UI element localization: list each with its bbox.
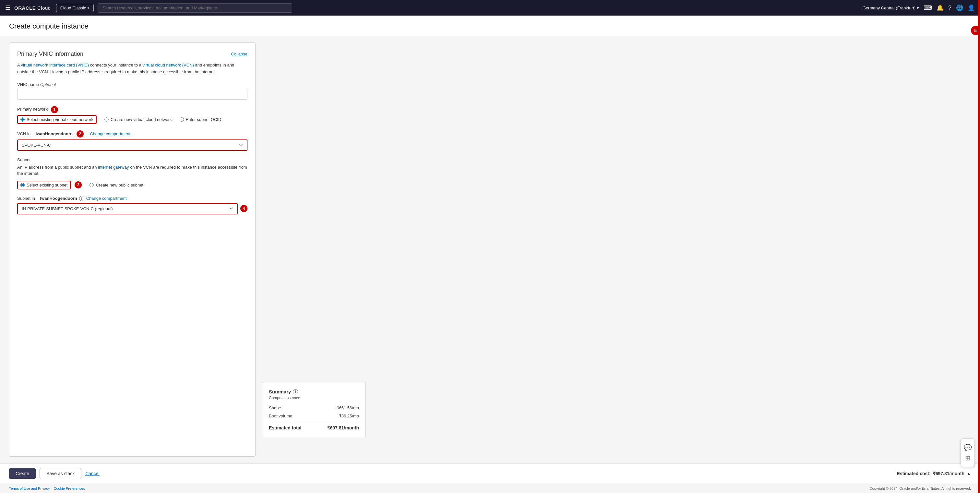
summary-total-row: Estimated total ₹697.81/month xyxy=(269,425,359,430)
summary-divider xyxy=(269,421,359,422)
help-widget-chat-icon[interactable]: 💬 xyxy=(964,444,972,452)
estimated-total-label: Estimated total xyxy=(269,425,301,430)
summary-title: Summary i xyxy=(269,389,359,394)
region-label: Germany Central (Frankfurt) xyxy=(862,5,915,10)
subnet-select-row: IH-PRIVATE-SUBNET-SPOKE-VCN-C (regional)… xyxy=(17,203,247,215)
subnet-description: An IP address from a public subnet and a… xyxy=(17,164,247,177)
enter-subnet-ocid-radio[interactable] xyxy=(180,118,184,122)
create-new-public-subnet-radio[interactable] xyxy=(89,183,94,187)
badge-4: 4 xyxy=(240,205,247,212)
region-chevron-icon: ▾ xyxy=(917,5,919,10)
vnic-name-input[interactable] xyxy=(17,89,247,100)
summary-boot-volume-row: Boot volume ₹36.25/mo xyxy=(269,413,359,418)
vcn-field-group: VCN in IwanHoogendoorn 2 Change compartm… xyxy=(17,130,247,151)
badge-3: 3 xyxy=(75,181,82,188)
help-widget[interactable]: 💬 ⊞ xyxy=(961,439,975,467)
create-new-vcn-option[interactable]: Create new virtual cloud network xyxy=(104,117,172,122)
estimated-cost-display: Estimated cost: ₹697.81/month ▲ xyxy=(897,471,971,476)
estimated-cost-value: ₹697.81/month xyxy=(933,471,964,476)
top-navigation: ☰ ORACLE Cloud Cloud Classic > Germany C… xyxy=(0,0,980,16)
vcn-link[interactable]: virtual cloud network (VCN) xyxy=(143,63,194,67)
select-existing-vcn-option[interactable]: Select existing virtual cloud network xyxy=(17,115,97,124)
copyright-text: Copyright © 2024, Oracle and/or its affi… xyxy=(870,487,971,490)
create-button[interactable]: Create xyxy=(9,468,36,479)
select-existing-vcn-outline: Select existing virtual cloud network xyxy=(17,115,97,124)
content-area: Primary VNIC information Collapse A virt… xyxy=(0,36,980,463)
primary-network-label: Primary network 1 xyxy=(17,106,247,113)
select-existing-vcn-label: Select existing virtual cloud network xyxy=(27,117,93,122)
bottom-action-bar: Create Save as stack Cancel Estimated co… xyxy=(0,463,980,483)
enter-subnet-ocid-label: Enter subnet OCID xyxy=(186,117,221,122)
estimated-cost-label: Estimated cost: xyxy=(897,471,931,476)
estimated-total-value: ₹697.81/month xyxy=(327,425,359,430)
chevron-up-icon[interactable]: ▲ xyxy=(966,471,971,476)
collapse-link[interactable]: Collapse xyxy=(231,52,247,56)
vcn-select[interactable]: SPOKE-VCN-C xyxy=(17,140,247,151)
terms-link[interactable]: Terms of Use and Privacy xyxy=(9,487,49,490)
primary-network-radio-group: Select existing virtual cloud network Cr… xyxy=(17,115,247,124)
help-widget-grid-icon[interactable]: ⊞ xyxy=(965,454,970,462)
copyright-links: Terms of Use and Privacy Cookie Preferen… xyxy=(9,487,85,490)
select-existing-subnet-option[interactable]: Select existing subnet 3 xyxy=(17,181,82,189)
vnic-name-optional: Optional xyxy=(40,82,56,87)
subnet-compartment-label: Subnet in IwanHoogendoorn i Change compa… xyxy=(17,196,247,201)
section-description: A virtual network interface card (VNIC) … xyxy=(17,62,247,76)
region-selector[interactable]: Germany Central (Frankfurt) ▾ xyxy=(862,5,919,10)
subnet-field-group: Subnet in IwanHoogendoorn i Change compa… xyxy=(17,196,247,215)
create-new-vcn-label: Create new virtual cloud network xyxy=(111,117,172,122)
vnic-link[interactable]: virtual network interface card (VNIC) xyxy=(21,63,89,67)
subnet-compartment-name: IwanHoogendoorn xyxy=(40,196,77,201)
notification-bell-icon[interactable]: 🔔 xyxy=(937,4,944,11)
subnet-select[interactable]: IH-PRIVATE-SUBNET-SPOKE-VCN-C (regional) xyxy=(17,203,238,215)
summary-panel: Summary i Compute instance Shape ₹661.56… xyxy=(262,43,366,457)
shape-value: ₹661.56/mo xyxy=(337,406,359,410)
section-title: Primary VNIC information xyxy=(17,51,83,57)
cloud-classic-button[interactable]: Cloud Classic > xyxy=(56,4,94,12)
boot-volume-label: Boot volume xyxy=(269,413,292,418)
create-new-public-subnet-label: Create new public subnet xyxy=(95,183,143,188)
cancel-button[interactable]: Cancel xyxy=(85,471,100,476)
badge-5: 5 xyxy=(971,26,980,35)
create-new-vcn-radio[interactable] xyxy=(104,118,109,122)
help-icon[interactable]: ? xyxy=(948,5,951,11)
select-existing-vcn-radio[interactable] xyxy=(21,118,25,122)
subnet-info-icon[interactable]: i xyxy=(79,196,84,201)
boot-volume-value: ₹36.25/mo xyxy=(339,413,359,418)
enter-subnet-ocid-option[interactable]: Enter subnet OCID xyxy=(180,117,221,122)
primary-network-field-group: Primary network 1 Select existing virtua… xyxy=(17,106,247,124)
select-existing-subnet-label: Select existing subnet xyxy=(27,183,67,188)
page-header: Create compute instance xyxy=(0,16,980,36)
page-title: Create compute instance xyxy=(9,22,971,30)
subnet-change-compartment-link[interactable]: Change compartment xyxy=(86,196,127,201)
page-wrapper: Create compute instance Primary VNIC inf… xyxy=(0,16,980,493)
vcn-label: VCN in IwanHoogendoorn 2 Change compartm… xyxy=(17,130,247,138)
user-avatar-icon[interactable]: 👤 xyxy=(968,4,975,11)
subnet-radio-group: Select existing subnet 3 Create new publ… xyxy=(17,181,247,189)
vnic-name-field-group: VNIC name Optional xyxy=(17,82,247,100)
form-panel: Primary VNIC information Collapse A virt… xyxy=(9,43,256,457)
section-header: Primary VNIC information Collapse xyxy=(17,51,247,57)
oracle-logo: ORACLE Cloud xyxy=(14,5,51,11)
select-existing-subnet-outline: Select existing subnet xyxy=(17,181,71,189)
vnic-name-label: VNIC name Optional xyxy=(17,82,247,87)
shape-label: Shape xyxy=(269,406,281,410)
vcn-change-compartment-link[interactable]: Change compartment xyxy=(90,131,130,136)
summary-shape-row: Shape ₹661.56/mo xyxy=(269,406,359,410)
language-icon[interactable]: 🌐 xyxy=(956,4,963,11)
create-new-public-subnet-option[interactable]: Create new public subnet xyxy=(89,183,143,188)
summary-info-icon[interactable]: i xyxy=(293,389,298,394)
cloud-shell-icon[interactable]: ⌨ xyxy=(924,4,932,11)
summary-subtitle: Compute instance xyxy=(269,396,359,400)
cookie-preferences-link[interactable]: Cookie Preferences xyxy=(54,487,85,490)
hamburger-menu-icon[interactable]: ☰ xyxy=(5,4,10,11)
subnet-label: Subnet xyxy=(17,157,247,162)
subnet-section: Subnet An IP address from a public subne… xyxy=(17,157,247,189)
badge-2: 2 xyxy=(76,130,84,138)
save-as-stack-button[interactable]: Save as stack xyxy=(40,468,81,479)
description-text-2: connects your instance to a xyxy=(90,63,143,67)
badge-1: 1 xyxy=(51,106,58,113)
summary-card: Summary i Compute instance Shape ₹661.56… xyxy=(262,382,366,437)
select-existing-subnet-radio[interactable] xyxy=(21,183,25,187)
internet-gateway-link[interactable]: internet gateway xyxy=(98,165,129,170)
search-input[interactable] xyxy=(98,3,292,13)
